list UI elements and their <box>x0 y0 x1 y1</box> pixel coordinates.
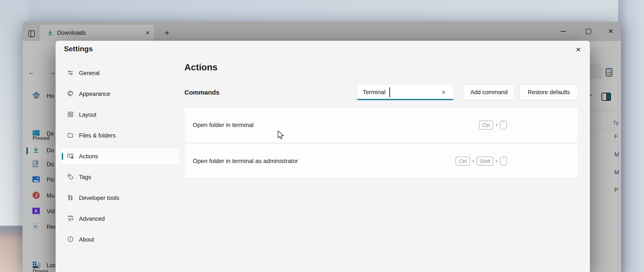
tags-icon <box>63 174 78 181</box>
desktop-background <box>618 0 644 272</box>
nav-item-label: About <box>79 236 94 243</box>
command-search-input[interactable]: Terminal ✕ <box>357 84 454 100</box>
commands-label: Commands <box>184 84 220 101</box>
settings-dialog: Settings ✕ General Appearance Layout Fil… <box>56 41 590 272</box>
plus-separator: + <box>495 122 498 128</box>
nav-item-files-folders[interactable]: Files & folders <box>62 127 179 144</box>
nav-item-developer-tools[interactable]: Developer tools <box>62 190 179 206</box>
advanced-icon <box>63 215 78 223</box>
nav-item-layout[interactable]: Layout <box>62 107 179 123</box>
nav-item-label: Layout <box>79 112 96 118</box>
dialog-close-icon[interactable]: ✕ <box>572 44 584 56</box>
settings-nav: General Appearance Layout Files & folder… <box>62 65 179 248</box>
general-icon <box>63 69 78 77</box>
mouse-cursor <box>277 130 286 141</box>
appearance-icon <box>63 90 78 98</box>
nav-item-label: Actions <box>79 153 98 160</box>
nav-item-actions[interactable]: Actions <box>62 148 180 165</box>
actions-icon <box>63 153 78 160</box>
key-shift: Shift <box>476 157 493 166</box>
command-label: Open folder in terminal as administrator <box>193 158 298 165</box>
nav-item-label: Appearance <box>79 91 110 97</box>
clear-search-icon[interactable]: ✕ <box>441 84 446 100</box>
about-icon <box>63 236 78 243</box>
plus-separator: + <box>472 158 475 164</box>
plus-separator: + <box>495 158 498 164</box>
nav-item-label: Tags <box>79 174 91 181</box>
dialog-title: Settings <box>64 45 93 53</box>
key-backtick: ` <box>500 157 507 166</box>
files-folders-icon <box>63 132 78 139</box>
key-ctrl: Ctrl <box>456 157 470 166</box>
hotkey-chips: Ctrl + ` <box>479 121 507 130</box>
nav-item-tags[interactable]: Tags <box>62 169 179 185</box>
nav-item-label: General <box>79 70 100 77</box>
key-backtick: ` <box>500 121 507 130</box>
developer-tools-icon <box>63 194 78 202</box>
nav-item-label: Developer tools <box>79 195 119 201</box>
command-label: Open folder in terminal <box>193 122 254 128</box>
nav-item-label: Files & folders <box>79 132 116 139</box>
command-row-open-folder-in-terminal[interactable]: Open folder in terminal Ctrl + ` <box>184 107 578 142</box>
hotkey-chips: Ctrl + Shift + ` <box>456 157 507 166</box>
nav-item-about[interactable]: About <box>62 232 179 248</box>
nav-item-general[interactable]: General <box>62 65 179 81</box>
nav-item-advanced[interactable]: Advanced <box>62 211 179 227</box>
text-caret <box>390 87 390 97</box>
command-row-open-folder-in-terminal-admin[interactable]: Open folder in terminal as administrator… <box>184 144 578 178</box>
page-title: Actions <box>184 62 218 72</box>
key-ctrl: Ctrl <box>479 121 493 130</box>
restore-defaults-button[interactable]: Restore defaults <box>520 84 578 100</box>
nav-item-label: Advanced <box>79 216 105 222</box>
nav-item-appearance[interactable]: Appearance <box>62 86 179 102</box>
layout-icon <box>63 111 78 118</box>
add-command-button[interactable]: Add command <box>464 84 514 100</box>
search-value: Terminal <box>363 84 386 100</box>
